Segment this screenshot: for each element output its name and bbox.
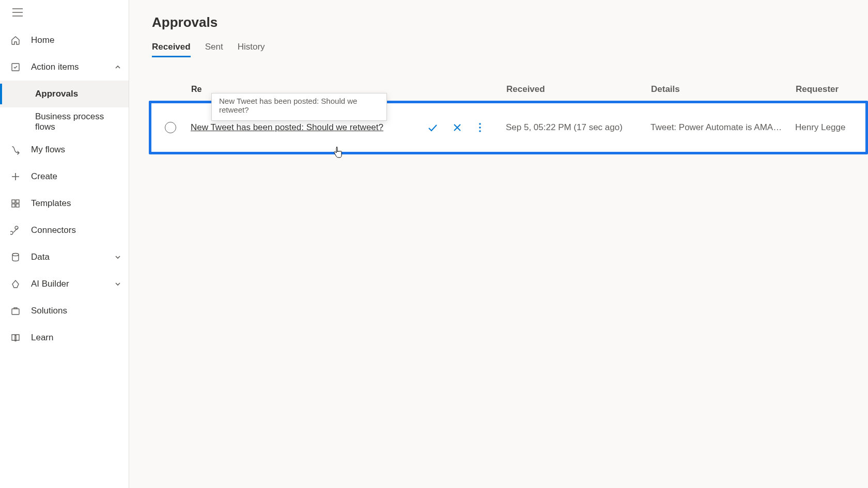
table-row-highlight: New Tweet has been posted: Should we ret… bbox=[149, 101, 868, 154]
svg-rect-4 bbox=[16, 204, 19, 207]
connectors-icon bbox=[9, 224, 22, 237]
column-header-details[interactable]: Details bbox=[651, 84, 796, 95]
row-select-checkbox[interactable] bbox=[165, 122, 176, 133]
approvals-table: Re Received Details Requester New Tweet … bbox=[152, 78, 868, 154]
tab-history[interactable]: History bbox=[238, 42, 265, 57]
action-items-icon bbox=[9, 61, 22, 73]
approval-title-link[interactable]: New Tweet has been posted: Should we ret… bbox=[191, 122, 383, 133]
sidebar-item-ai-builder[interactable]: AI Builder bbox=[0, 271, 129, 297]
row-received: Sep 5, 05:22 PM (17 sec ago) bbox=[506, 122, 650, 133]
reject-button[interactable] bbox=[450, 120, 464, 135]
row-details: Tweet: Power Automate is AMAZEBA… bbox=[650, 122, 795, 133]
column-header-received[interactable]: Received bbox=[506, 84, 651, 95]
ai-builder-icon bbox=[9, 278, 22, 290]
svg-point-7 bbox=[479, 123, 481, 125]
sidebar-item-templates[interactable]: Templates bbox=[0, 190, 129, 217]
svg-rect-2 bbox=[16, 200, 19, 203]
svg-rect-1 bbox=[12, 200, 15, 203]
sidebar-item-label: Learn bbox=[31, 333, 121, 343]
home-icon bbox=[9, 34, 22, 46]
more-vertical-icon bbox=[478, 122, 482, 133]
data-icon bbox=[9, 251, 22, 263]
solutions-icon bbox=[9, 305, 22, 317]
tabs: Received Sent History bbox=[152, 42, 868, 57]
sidebar-item-label: Home bbox=[31, 35, 121, 45]
sidebar-item-data[interactable]: Data bbox=[0, 244, 129, 271]
sidebar-item-label: Solutions bbox=[31, 306, 121, 316]
tooltip: New Tweet has been posted: Should we ret… bbox=[211, 93, 387, 121]
tooltip-text: New Tweet has been posted: Should we ret… bbox=[219, 97, 357, 114]
sidebar-item-label: Templates bbox=[31, 198, 121, 209]
tab-sent[interactable]: Sent bbox=[205, 42, 223, 57]
main-content: Approvals Received Sent History Re Recei… bbox=[129, 0, 868, 488]
sidebar-item-connectors[interactable]: Connectors bbox=[0, 217, 129, 244]
sidebar-item-home[interactable]: Home bbox=[0, 27, 129, 54]
svg-point-8 bbox=[479, 127, 481, 129]
svg-point-5 bbox=[12, 254, 19, 256]
chevron-up-icon bbox=[114, 64, 121, 71]
sidebar-item-label: Data bbox=[31, 252, 114, 262]
column-header-requester[interactable]: Requester bbox=[796, 84, 858, 95]
row-requester: Henry Legge bbox=[795, 122, 855, 133]
page-title: Approvals bbox=[152, 14, 868, 30]
more-actions-button[interactable] bbox=[475, 120, 485, 135]
sidebar-item-label: Create bbox=[31, 171, 121, 182]
approve-button[interactable] bbox=[425, 120, 440, 135]
sidebar-item-label: Action items bbox=[31, 62, 114, 72]
sidebar-item-label: My flows bbox=[31, 145, 121, 155]
svg-rect-3 bbox=[12, 204, 15, 207]
sidebar-item-learn[interactable]: Learn bbox=[0, 324, 129, 351]
sidebar-item-label: AI Builder bbox=[31, 279, 114, 289]
x-icon bbox=[452, 122, 462, 133]
check-icon bbox=[427, 122, 438, 133]
sidebar-item-business-process-flows[interactable]: Business process flows bbox=[0, 107, 129, 136]
chevron-down-icon bbox=[114, 280, 121, 288]
hamburger-button[interactable] bbox=[9, 4, 26, 21]
templates-icon bbox=[9, 197, 22, 210]
svg-rect-0 bbox=[12, 64, 19, 71]
sidebar-item-label: Connectors bbox=[31, 225, 121, 235]
svg-rect-6 bbox=[12, 309, 19, 314]
sidebar-item-action-items[interactable]: Action items bbox=[0, 54, 129, 81]
sidebar-item-my-flows[interactable]: My flows bbox=[0, 136, 129, 163]
sidebar: Home Action items Approvals Business pro… bbox=[0, 0, 129, 488]
learn-icon bbox=[9, 332, 22, 344]
flow-icon bbox=[9, 144, 22, 156]
cursor-icon bbox=[333, 146, 343, 160]
sidebar-item-create[interactable]: Create bbox=[0, 163, 129, 190]
tab-received[interactable]: Received bbox=[152, 42, 191, 57]
svg-point-9 bbox=[479, 130, 481, 132]
sidebar-item-label: Approvals bbox=[35, 89, 78, 99]
hamburger-icon bbox=[12, 8, 23, 17]
plus-icon bbox=[9, 170, 22, 183]
sidebar-item-approvals[interactable]: Approvals bbox=[0, 81, 129, 107]
sidebar-item-label: Business process flows bbox=[35, 112, 121, 132]
chevron-down-icon bbox=[114, 254, 121, 261]
sidebar-item-solutions[interactable]: Solutions bbox=[0, 297, 129, 324]
